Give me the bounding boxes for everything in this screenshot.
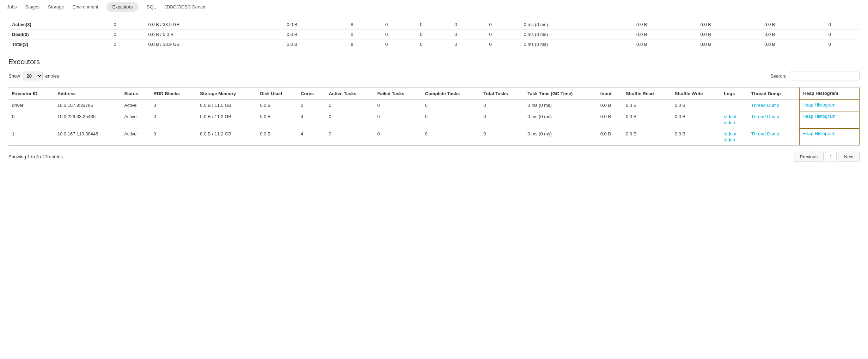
- heap-histogram-cell: Heap Histogram: [799, 111, 859, 128]
- log-link-stdout[interactable]: stdout: [724, 131, 744, 136]
- next-button[interactable]: Next: [838, 152, 860, 162]
- failed-tasks-cell: 0: [374, 111, 422, 128]
- th-input: Input: [597, 88, 622, 100]
- nav-stages[interactable]: Stages: [25, 1, 39, 12]
- shuffle-write-cell: 0.0 B: [671, 100, 721, 111]
- th-disk-used: Disk Used: [256, 88, 297, 100]
- thread-dump-link[interactable]: Thread Dump: [751, 114, 779, 119]
- nav-executors[interactable]: Executors: [106, 2, 138, 12]
- rdd-blocks-cell: 0: [150, 100, 197, 111]
- th-task-time: Task Time (GC Time): [524, 88, 597, 100]
- page-number: 1: [825, 152, 837, 162]
- heap-histogram-link[interactable]: Heap Histogram: [802, 102, 836, 108]
- logs-cell: stdoutstderr: [720, 111, 747, 128]
- entries-label: entries: [45, 73, 59, 79]
- logs-cell: stdoutstderr: [720, 128, 747, 146]
- heap-histogram-cell: Heap Histogram: [799, 128, 859, 146]
- search-input[interactable]: [789, 72, 860, 80]
- th-total-tasks: Total Tasks: [480, 88, 524, 100]
- showing-text: Showing 1 to 3 of 3 entries: [8, 154, 63, 159]
- failed-tasks-cell: 0: [374, 100, 422, 111]
- search-label: Search:: [770, 73, 786, 79]
- executors-table: Executor ID Address Status RDD Blocks St…: [8, 87, 860, 146]
- table-row: 110.0.167.119:38448Active00.0 B / 11.2 G…: [8, 128, 859, 146]
- disk-used-cell: 0.0 B: [256, 128, 297, 146]
- executor-id-cell: 1: [8, 128, 54, 146]
- thread-dump-link[interactable]: Thread Dump: [751, 103, 779, 108]
- main-content: Active(3)00.0 B / 33.9 GB0.0 B800000 ms …: [0, 14, 868, 168]
- th-logs: Logs: [720, 88, 747, 100]
- executor-id-cell: 0: [8, 111, 54, 128]
- pagination: Previous 1 Next: [794, 152, 860, 162]
- address-cell: 10.0.167.8:33785: [54, 100, 121, 111]
- th-status: Status: [121, 88, 150, 100]
- input-cell: 0.0 B: [597, 100, 622, 111]
- shuffle-write-cell: 0.0 B: [671, 111, 721, 128]
- nav-sql[interactable]: SQL: [147, 1, 156, 12]
- address-cell: 10.0.229.33:35435: [54, 111, 121, 128]
- thread-dump-link[interactable]: Thread Dump: [751, 131, 779, 136]
- cores-cell: 0: [297, 100, 325, 111]
- summary-table: Active(3)00.0 B / 33.9 GB0.0 B800000 ms …: [8, 20, 860, 49]
- total-tasks-cell: 0: [480, 128, 524, 146]
- th-active-tasks: Active Tasks: [325, 88, 374, 100]
- search-row: Search:: [770, 72, 860, 80]
- controls-row: Show 20 50 100 entries Search:: [8, 72, 860, 80]
- cores-cell: 4: [297, 128, 325, 146]
- th-rdd-blocks: RDD Blocks: [150, 88, 197, 100]
- log-link-stdout[interactable]: stdout: [724, 114, 744, 119]
- complete-tasks-cell: 0: [422, 111, 480, 128]
- show-label: Show: [8, 73, 20, 79]
- storage-memory-cell: 0.0 B / 11.2 GB: [196, 128, 256, 146]
- table-row: driver10.0.167.8:33785Active00.0 B / 11.…: [8, 100, 859, 111]
- shuffle-read-cell: 0.0 B: [622, 100, 671, 111]
- disk-used-cell: 0.0 B: [256, 100, 297, 111]
- status-cell: Active: [121, 111, 150, 128]
- total-tasks-cell: 0: [480, 111, 524, 128]
- nav-jdbc[interactable]: JDBC/ODBC Server: [164, 1, 206, 12]
- heap-histogram-cell: Heap Histogram: [799, 100, 859, 111]
- log-link-stderr[interactable]: stderr: [724, 137, 744, 142]
- rdd-blocks-cell: 0: [150, 128, 197, 146]
- th-shuffle-read: Shuffle Read: [622, 88, 671, 100]
- summary-row: Active(3)00.0 B / 33.9 GB0.0 B800000 ms …: [8, 20, 860, 30]
- logs-cell: [720, 100, 747, 111]
- th-failed-tasks: Failed Tasks: [374, 88, 422, 100]
- address-cell: 10.0.167.119:38448: [54, 128, 121, 146]
- show-select[interactable]: 20 50 100: [23, 72, 43, 80]
- input-cell: 0.0 B: [597, 128, 622, 146]
- th-complete-tasks: Complete Tasks: [422, 88, 480, 100]
- nav-jobs[interactable]: Jobs: [7, 1, 17, 12]
- status-cell: Active: [121, 128, 150, 146]
- rdd-blocks-cell: 0: [150, 111, 197, 128]
- show-entries: Show 20 50 100 entries: [8, 72, 59, 80]
- thread-dump-cell: Thread Dump: [748, 111, 799, 128]
- disk-used-cell: 0.0 B: [256, 111, 297, 128]
- th-address: Address: [54, 88, 121, 100]
- th-heap-histogram: Heap Histogram: [799, 88, 859, 100]
- status-cell: Active: [121, 100, 150, 111]
- task-time-cell: 0 ms (0 ms): [524, 100, 597, 111]
- heap-histogram-link[interactable]: Heap Histogram: [802, 114, 836, 119]
- storage-memory-cell: 0.0 B / 11.2 GB: [196, 111, 256, 128]
- nav-storage[interactable]: Storage: [48, 1, 64, 12]
- previous-button[interactable]: Previous: [794, 152, 824, 162]
- task-time-cell: 0 ms (0 ms): [524, 128, 597, 146]
- th-thread-dump: Thread Dump: [748, 88, 799, 100]
- active-tasks-cell: 0: [325, 128, 374, 146]
- summary-row: Dead(0)00.0 B / 0.0 B0.0 B000000 ms (0 m…: [8, 30, 860, 39]
- thread-dump-cell: Thread Dump: [748, 128, 799, 146]
- th-shuffle-write: Shuffle Write: [671, 88, 721, 100]
- shuffle-read-cell: 0.0 B: [622, 128, 671, 146]
- shuffle-write-cell: 0.0 B: [671, 128, 721, 146]
- section-title: Executors: [8, 58, 860, 66]
- task-time-cell: 0 ms (0 ms): [524, 111, 597, 128]
- complete-tasks-cell: 0: [422, 100, 480, 111]
- failed-tasks-cell: 0: [374, 128, 422, 146]
- input-cell: 0.0 B: [597, 111, 622, 128]
- heap-histogram-link[interactable]: Heap Histogram: [802, 131, 836, 136]
- executor-id-cell: driver: [8, 100, 54, 111]
- log-link-stderr[interactable]: stderr: [724, 120, 744, 125]
- nav-environment[interactable]: Environment: [73, 1, 98, 12]
- active-tasks-cell: 0: [325, 111, 374, 128]
